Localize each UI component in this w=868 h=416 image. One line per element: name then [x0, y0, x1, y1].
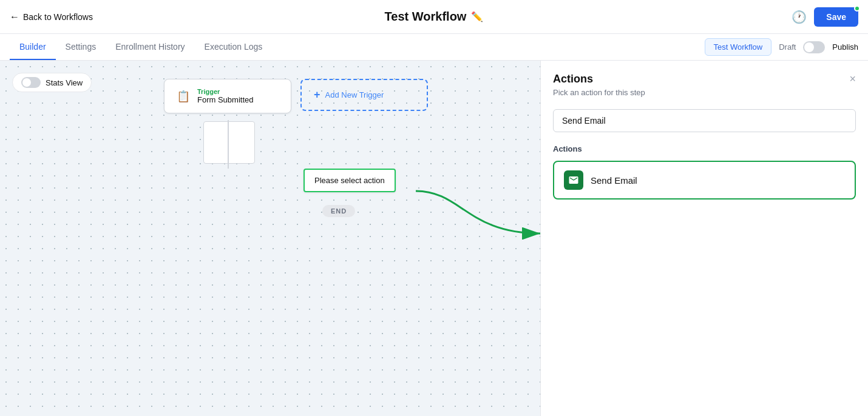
envelope-icon	[568, 175, 579, 186]
stats-toggle-label: Stats View	[46, 78, 83, 87]
search-input-wrap	[553, 109, 856, 132]
connector-vertical	[228, 120, 229, 169]
trigger-node[interactable]: 📋 Trigger Form Submitted	[164, 79, 291, 113]
trigger-icon: 📋	[177, 90, 190, 103]
add-trigger-plus-icon: +	[314, 89, 320, 101]
header-right: 🕐 Save	[792, 7, 858, 27]
workflow-title: Test Workflow	[385, 10, 467, 24]
send-email-icon	[564, 170, 583, 190]
draft-label: Draft	[779, 42, 796, 52]
panel-header: Actions ×	[553, 73, 856, 86]
add-trigger-label: Add New Trigger	[325, 90, 384, 99]
tab-builder[interactable]: Builder	[10, 35, 56, 60]
draft-publish-toggle[interactable]	[803, 41, 825, 53]
trigger-subtitle: Form Submitted	[197, 95, 253, 104]
nav-tabs-left: Builder Settings Enrollment History Exec…	[10, 35, 272, 59]
tab-settings[interactable]: Settings	[56, 35, 106, 60]
tab-enrollment-history[interactable]: Enrollment History	[106, 35, 194, 60]
header: ← Back to Workflows Test Workflow ✏️ 🕐 S…	[0, 0, 868, 34]
publish-label: Publish	[832, 42, 858, 52]
panel-title: Actions	[553, 73, 593, 86]
actions-section-label: Actions	[553, 144, 856, 153]
end-node: END	[322, 205, 355, 217]
action-placeholder-label: Please select action	[314, 176, 385, 185]
middle-connector	[203, 121, 255, 164]
canvas[interactable]: Stats View 📋 Trigger Form Submitted + Ad…	[0, 61, 540, 416]
main: Stats View 📋 Trigger Form Submitted + Ad…	[0, 61, 868, 416]
test-workflow-button[interactable]: Test Workflow	[705, 38, 772, 56]
history-icon[interactable]: 🕐	[792, 10, 807, 24]
header-left: ← Back to Workflows	[10, 12, 93, 22]
send-email-action-item[interactable]: Send Email	[553, 161, 856, 200]
search-input[interactable]	[553, 109, 856, 132]
send-email-label: Send Email	[591, 175, 637, 186]
stats-toggle-switch	[21, 77, 41, 88]
nav-tabs-right: Test Workflow Draft Publish	[705, 38, 858, 56]
trigger-text: Trigger Form Submitted	[197, 88, 253, 104]
panel-subtitle: Pick an action for this step	[553, 88, 856, 97]
unsaved-indicator	[854, 5, 860, 12]
back-to-workflows-link[interactable]: ← Back to Workflows	[10, 12, 93, 22]
actions-panel: Actions × Pick an action for this step A…	[540, 61, 868, 416]
add-trigger-node[interactable]: + Add New Trigger	[300, 79, 428, 111]
panel-close-button[interactable]: ×	[849, 73, 856, 86]
stats-toggle-knob	[22, 78, 31, 87]
back-arrow-icon: ←	[10, 12, 19, 22]
action-placeholder-node[interactable]: Please select action	[303, 169, 396, 192]
stats-view-toggle[interactable]: Stats View	[12, 73, 92, 92]
header-center: Test Workflow ✏️	[385, 10, 484, 24]
back-label: Back to Workflows	[23, 12, 93, 22]
save-button[interactable]: Save	[814, 7, 858, 27]
trigger-title: Trigger	[197, 88, 253, 95]
tab-execution-logs[interactable]: Execution Logs	[195, 35, 273, 60]
toggle-knob	[804, 42, 814, 52]
edit-icon[interactable]: ✏️	[471, 11, 483, 22]
nav-tabs: Builder Settings Enrollment History Exec…	[0, 34, 868, 61]
